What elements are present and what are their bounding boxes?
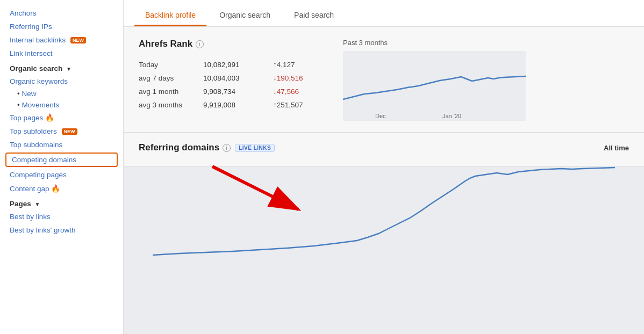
rank-table: Ahrefs Rank i Today 10,082,991 ↑4,127 av… [139, 39, 332, 122]
rank-row-avg7: avg 7 days 10,084,003 ↓190,516 [139, 71, 332, 85]
sidebar-item-organic-keywords[interactable]: Organic keywords [0, 75, 123, 88]
sidebar-subitem-new[interactable]: New [0, 88, 123, 99]
sidebar-item-top-pages[interactable]: Top pages 🔥 [0, 111, 123, 125]
sidebar-item-best-by-links[interactable]: Best by links [0, 210, 123, 223]
referring-domains-section: Referring domains i LIVE LINKS All time [124, 133, 644, 166]
rank-chart-svg: Dec Jan '20 [343, 51, 526, 121]
sidebar-item-link-intersect[interactable]: Link intersect [0, 47, 123, 60]
pages-section[interactable]: Pages ▼ [0, 195, 123, 210]
referring-domains-info-icon[interactable]: i [223, 144, 231, 152]
organic-search-section[interactable]: Organic search ▼ [0, 60, 123, 75]
content-area: Ahrefs Rank i Today 10,082,991 ↑4,127 av… [124, 27, 644, 334]
referring-domains-title: Referring domains [139, 142, 219, 153]
new-badge: NEW [70, 37, 86, 43]
sidebar-item-content-gap[interactable]: Content gap 🔥 [0, 181, 123, 195]
rank-row-avg3m: avg 3 months 9,919,008 ↑251,507 [139, 98, 332, 112]
rank-change-today: ↑4,127 [273, 61, 295, 69]
sidebar-item-internal-backlinks[interactable]: Internal backlinks NEW [0, 33, 123, 47]
svg-text:Dec: Dec [375, 113, 386, 119]
all-time-button[interactable]: All time [604, 144, 629, 152]
live-links-badge: LIVE LINKS [235, 144, 275, 152]
tab-bar: Backlink profile Organic search Paid sea… [124, 0, 644, 27]
tab-organic-search[interactable]: Organic search [209, 4, 281, 26]
sidebar-item-best-by-links-growth[interactable]: Best by links' growth [0, 223, 123, 237]
sidebar-subitem-movements[interactable]: Movements [0, 99, 123, 111]
referring-header: Referring domains i LIVE LINKS All time [139, 142, 629, 153]
rank-change-avg7: ↓190,516 [273, 74, 303, 82]
rank-row-avg1m: avg 1 month 9,908,734 ↓47,566 [139, 85, 332, 98]
organic-arrow: ▼ [66, 66, 71, 72]
new-badge-subfolders: NEW [62, 128, 77, 135]
rank-row-today: Today 10,082,991 ↑4,127 [139, 58, 332, 71]
referring-chart-svg [139, 166, 629, 258]
rank-change-avg1m: ↓47,566 [273, 88, 299, 96]
sidebar-item-referring-ips[interactable]: Referring IPs [0, 20, 123, 33]
sidebar-item-competing-domains[interactable]: Competing domains [5, 153, 118, 167]
svg-text:Jan '20: Jan '20 [442, 113, 461, 119]
ahrefs-rank-info-icon[interactable]: i [196, 40, 204, 48]
ahrefs-rank-title: Ahrefs Rank [139, 39, 192, 49]
sidebar: Anchors Referring IPs Internal backlinks… [0, 0, 124, 334]
main-wrapper: Backlink profile Organic search Paid sea… [124, 0, 644, 334]
rank-change-avg3m: ↑251,507 [273, 101, 303, 109]
referring-chart-area [124, 166, 644, 265]
sidebar-item-top-subdomains[interactable]: Top subdomains [0, 138, 123, 151]
chart-label: Past 3 months [343, 39, 618, 47]
sidebar-item-top-subfolders[interactable]: Top subfolders NEW [0, 125, 123, 138]
tab-paid-search[interactable]: Paid search [283, 4, 345, 26]
pages-arrow: ▼ [35, 201, 40, 207]
svg-rect-5 [153, 166, 615, 258]
sidebar-item-anchors[interactable]: Anchors [0, 6, 123, 20]
rank-chart-area: Past 3 months Dec Jan '20 [332, 39, 629, 122]
tab-backlink-profile[interactable]: Backlink profile [134, 4, 206, 26]
main-content: Backlink profile Organic search Paid sea… [124, 0, 644, 334]
sidebar-item-competing-pages[interactable]: Competing pages [0, 168, 123, 181]
ahrefs-rank-section: Ahrefs Rank i Today 10,082,991 ↑4,127 av… [124, 27, 644, 133]
svg-rect-2 [343, 51, 526, 121]
